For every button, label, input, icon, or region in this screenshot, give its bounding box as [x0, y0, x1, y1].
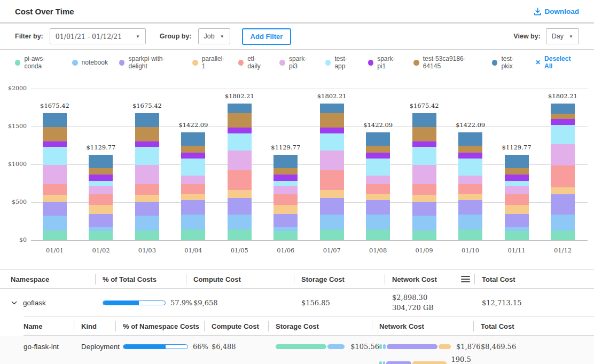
group-by-select[interactable]: Job ▼ [198, 28, 230, 44]
column-menu-icon[interactable] [461, 274, 470, 284]
bar-segment-test-app [320, 133, 344, 151]
legend-item-test-53ca9186-64145[interactable]: test-53ca9186-64145 [413, 55, 481, 70]
bar-segment-parallel-1 [228, 190, 252, 197]
bar-01/12[interactable]: $1802.21 01/12 [551, 89, 575, 240]
bar-01/07[interactable]: $1802.21 01/07 [320, 89, 344, 240]
col-header-kind: Kind [81, 317, 123, 335]
col-header-namespace: Namespace [11, 270, 103, 288]
total-cost-value: $12,713.15 [482, 299, 583, 307]
bar-01/04[interactable]: $1422.09 01/04 [181, 89, 205, 240]
bar-segment-spark-pi3 [228, 151, 252, 171]
legend-item-label: test-pkix [501, 55, 524, 70]
bar-segment-parallel-1 [135, 195, 159, 202]
bar-01/08[interactable]: $1422.09 01/08 [366, 89, 390, 240]
namespace-expander[interactable]: goflask [11, 299, 103, 307]
pct-total-progress-bar [103, 300, 166, 305]
legend-item-spark-pi3[interactable]: spark-pi3 [279, 55, 314, 70]
mini-bar-segment [383, 361, 385, 364]
bar-01/09[interactable]: $1675.42 01/09 [412, 89, 436, 240]
bar-segment-spark-pi3 [366, 176, 390, 184]
bar-segment-test-app [89, 181, 113, 186]
chart-plot: $0 $500 $1000 $1500 $2000 $1675.42 01/01… [31, 89, 588, 240]
bar-segment-spark-pi3 [320, 151, 344, 171]
bar-segment-sparkpi-with-delight [135, 202, 159, 216]
bar-segment-test-pkix [89, 155, 113, 168]
date-range-select[interactable]: 01/01/21 - 01/12/21 ▼ [50, 28, 146, 44]
legend-item-test-app[interactable]: test-app [325, 55, 357, 70]
table-row: goflask 57.9% $9,658 $156.85 $2,898.30 3… [0, 289, 594, 316]
bar-segment-sparkpi-with-delight [505, 214, 529, 226]
bar-01/01[interactable]: $1675.42 01/01 [43, 89, 67, 240]
bar-01/11[interactable]: $1129.77 01/11 [505, 89, 529, 240]
bar-segment-test-53ca9186-64145 [458, 146, 482, 153]
bar-01/02[interactable]: $1129.77 01/02 [89, 89, 113, 240]
bar-segment-test-53ca9186-64145 [320, 113, 344, 128]
mini-bar-segment [387, 344, 437, 349]
legend-item-parallel-1[interactable]: parallel-1 [192, 55, 226, 70]
bar-segment-spark-pi3 [412, 165, 436, 184]
bar-01/10[interactable]: $1422.09 01/10 [458, 89, 482, 240]
legend-item-etl-daily[interactable]: etl-daily [238, 55, 269, 70]
col-header-pct-namespace: % of Namespace Costs [123, 317, 212, 335]
bar-segment-test-pkix [273, 155, 298, 168]
bar-segment-test-53ca9186-64145 [551, 114, 575, 118]
bar-01/06[interactable]: $1129.77 01/06 [273, 89, 298, 240]
legend-item-test-pkix[interactable]: test-pkix [492, 55, 524, 70]
bar-segment-pi-aws-conda [181, 230, 205, 240]
legend-item-notebook[interactable]: notebook [72, 59, 108, 66]
bar-segment-sparkpi-with-delight [320, 198, 344, 215]
x-axis-tick-label: 01/03 [128, 247, 166, 254]
bar-segment-parallel-1 [551, 187, 575, 195]
bar-01/05[interactable]: $1802.21 01/05 [228, 89, 252, 240]
bar-segment-spark-pi1 [228, 128, 252, 133]
bar-segment-pi-aws-conda [135, 231, 159, 240]
view-by-select[interactable]: Day ▼ [546, 28, 579, 44]
bar-segment-parallel-1 [273, 205, 298, 214]
storage-cost-cell: $105.56 [276, 343, 379, 351]
bar-segment-spark-pi1 [273, 175, 298, 180]
bar-segment-test-pkix [458, 132, 482, 146]
bar-total-label: $1802.21 [225, 92, 254, 100]
bar-segment-sparkpi-with-delight [551, 194, 575, 215]
download-icon [534, 7, 542, 15]
y-axis-tick-label: $1500 [2, 123, 27, 130]
bar-segment-pi-aws-conda [366, 230, 390, 240]
bar-segment-parallel-1 [181, 194, 205, 200]
bar-segment-test-app [135, 147, 159, 165]
bar-segment-test-app [366, 159, 390, 176]
bar-total-label: $1129.77 [87, 144, 116, 151]
bar-segment-test-pkix [366, 132, 390, 146]
bar-segment-notebook [228, 215, 252, 230]
bar-segment-test-app [181, 159, 205, 176]
col-header-compute: Compute Cost [212, 317, 276, 335]
date-range-value: 01/01/21 - 01/12/21 [56, 33, 122, 41]
x-axis-tick-label: 01/06 [267, 247, 304, 254]
legend-item-label: sparkpi-with-delight [128, 55, 181, 70]
bar-segment-test-app [458, 159, 482, 176]
group-by-label: Group by: [160, 33, 192, 40]
legend-item-spark-pi1[interactable]: spark-pi1 [368, 55, 402, 70]
bar-01/03[interactable]: $1675.42 01/03 [135, 89, 159, 240]
add-filter-button[interactable]: Add Filter [242, 28, 292, 45]
bar-segment-notebook [366, 215, 390, 230]
pct-namespace-progress-bar [123, 344, 188, 349]
network-cost-value: $1,876 [456, 343, 481, 351]
legend-item-sparkpi-with-delight[interactable]: sparkpi-with-delight [119, 55, 181, 70]
bar-segment-etl-daily [458, 184, 482, 194]
close-icon: ✕ [535, 59, 541, 66]
bar-segment-sparkpi-with-delight [228, 198, 252, 215]
storage-cost-value: $156.85 [301, 299, 392, 307]
bar-segment-test-pkix [135, 113, 159, 127]
x-axis-tick-label: 01/07 [313, 247, 350, 254]
deselect-all-button[interactable]: ✕ Deselect All [535, 55, 579, 70]
view-by-group: View by: Day ▼ [513, 28, 579, 44]
bar-segment-test-53ca9186-64145 [181, 146, 205, 153]
chevron-down-icon[interactable] [11, 299, 18, 306]
download-button[interactable]: Download [534, 7, 580, 15]
legend-item-pi-aws-conda[interactable]: pi-aws-conda [15, 55, 61, 70]
bar-segment-etl-daily [505, 194, 529, 205]
nested-table-header-row: Name Kind % of Namespace Costs Compute C… [24, 316, 594, 336]
bar-segment-test-pkix [412, 113, 436, 127]
workload-kind: Deployment [81, 343, 123, 351]
bar-segment-parallel-1 [43, 195, 67, 202]
